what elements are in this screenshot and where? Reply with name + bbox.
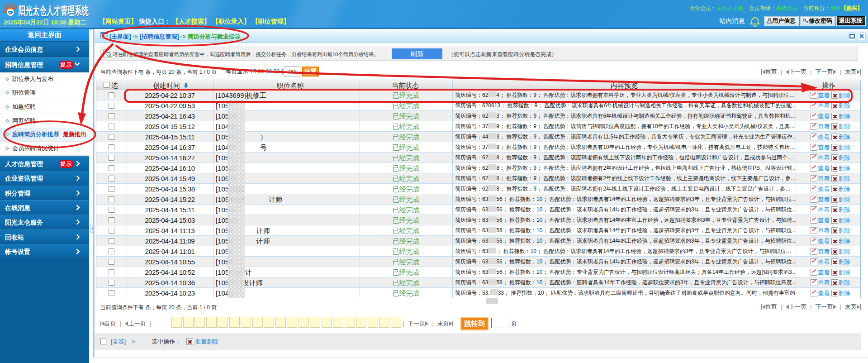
svg-text:G: G [8, 11, 11, 16]
